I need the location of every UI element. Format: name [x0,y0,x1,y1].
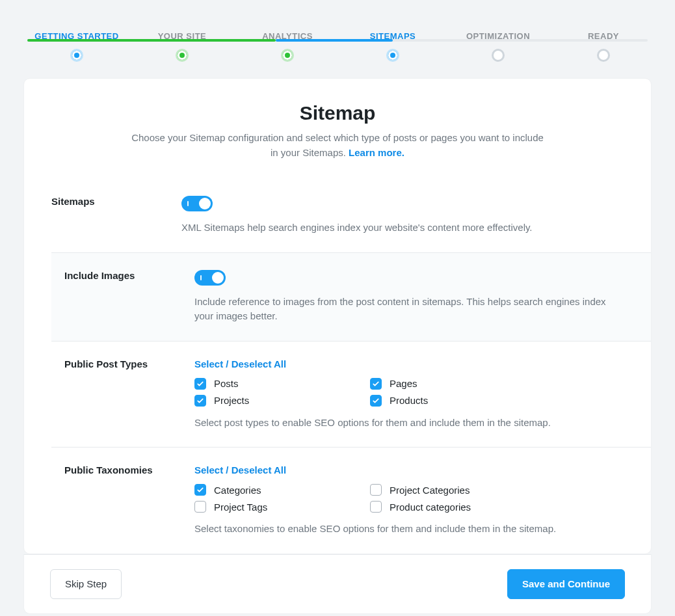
save-continue-button[interactable]: Save and Continue [507,569,625,599]
check-project-tags[interactable]: Project Tags [194,501,357,513]
row-taxonomies: Public Taxonomies Select / Deselect All … [51,447,651,554]
check-project-categories[interactable]: Project Categories [370,484,533,496]
row-post-types: Public Post Types Select / Deselect All … [51,341,651,448]
row-label: Include Images [64,270,194,324]
check-label: Products [390,395,428,406]
step-ready[interactable]: READY [538,31,668,62]
step-label: OPTIMIZATION [466,31,530,41]
check-label: Categories [214,485,261,496]
check-products[interactable]: Products [370,395,533,407]
checkbox-icon [370,395,382,407]
step-dot [281,49,294,62]
row-help: XML Sitemaps help search engines index y… [181,221,625,235]
checkbox-icon [194,501,206,513]
check-posts[interactable]: Posts [194,378,357,390]
check-product-categories[interactable]: Product categories [370,501,533,513]
wizard-footer: Skip Step Save and Continue [23,554,652,614]
row-help: Select taxonomies to enable SEO options … [194,522,625,537]
checkbox-icon [194,395,206,407]
checkbox-icon [370,501,382,513]
step-label: ANALYTICS [262,31,313,41]
checkbox-icon [370,484,382,496]
check-projects[interactable]: Projects [194,395,357,407]
step-dot [70,49,83,62]
check-label: Projects [214,395,249,406]
row-help: Select post types to enable SEO options … [194,416,625,431]
page-title: Sitemap [24,102,651,124]
check-label: Project Tags [214,502,267,513]
check-categories[interactable]: Categories [194,484,357,496]
check-label: Product categories [390,502,471,513]
check-label: Project Categories [390,485,470,496]
row-include-images: Include Images Include reference to imag… [51,252,651,341]
checkbox-icon [194,484,206,496]
learn-more-link[interactable]: Learn more. [349,147,404,158]
check-label: Pages [390,378,417,389]
step-dot [176,49,189,62]
wizard-stepper: GETTING STARTED YOUR SITE ANALYTICS SITE… [0,0,675,52]
skip-step-button[interactable]: Skip Step [50,569,122,599]
check-pages[interactable]: Pages [370,378,533,390]
step-label: GETTING STARTED [34,31,118,41]
sitemaps-toggle[interactable] [181,196,213,211]
select-all-taxonomies[interactable]: Select / Deselect All [194,464,286,475]
row-sitemaps: Sitemaps XML Sitemaps help search engine… [51,178,651,252]
select-all-post-types[interactable]: Select / Deselect All [194,358,286,369]
step-label: YOUR SITE [158,31,207,41]
checkbox-icon [194,378,206,390]
step-label: SITEMAPS [370,31,416,41]
step-label: READY [588,31,619,41]
checkbox-icon [370,378,382,390]
step-dot [386,49,399,62]
taxonomies-list: Categories Project Categories Project Ta… [194,484,533,513]
images-toggle[interactable] [194,270,226,286]
row-help: Include reference to images from the pos… [194,295,625,324]
step-dot [492,49,505,62]
step-dot [597,49,610,62]
page-subtitle: Choose your Sitemap configuration and se… [129,131,546,160]
wizard-card: Sitemap Choose your Sitemap configuratio… [23,78,652,554]
row-label: Public Post Types [64,358,194,431]
row-label: Sitemaps [51,196,181,235]
post-types-list: Posts Pages Projects Products [194,378,533,407]
check-label: Posts [214,378,239,389]
row-label: Public Taxonomies [64,464,194,537]
